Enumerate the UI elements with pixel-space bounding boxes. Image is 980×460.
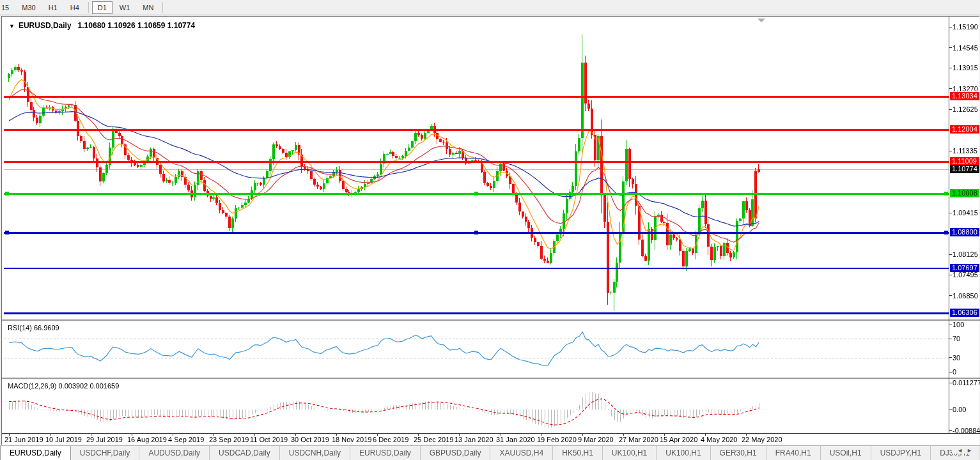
chart-title-row: ▼EURUSD,Daily1.10680 1.10926 1.10659 1.1… — [9, 21, 195, 30]
date-label: 16 Aug 2019 — [127, 436, 167, 443]
price-axis-tick — [949, 68, 952, 68]
price-axis-tick — [949, 213, 952, 213]
timeframe-button-h1[interactable]: H1 — [43, 1, 63, 14]
date-label: 31 Jan 2020 — [496, 436, 535, 443]
rsi-level-label: 100 — [953, 321, 964, 328]
chart-tab-usdjpy-h1[interactable]: USDJPY,H1 — [871, 446, 931, 460]
price-tick-label: 1.15190 — [953, 23, 978, 31]
macd-value-label: 0.00 — [953, 406, 966, 413]
date-label: 13 Jan 2020 — [455, 436, 494, 443]
price-axis-tick — [949, 88, 952, 89]
price-tick-label: 1.12625 — [953, 105, 978, 113]
timeframe-button-mn[interactable]: MN — [137, 1, 159, 14]
date-label: 18 Nov 2019 — [332, 436, 371, 443]
chart-tab-uk100-h1[interactable]: UK100,H1 — [657, 446, 710, 460]
rsi-axis-tick — [949, 325, 952, 325]
price-tick-label: 1.06850 — [953, 292, 978, 300]
date-label: 21 Jun 2019 — [4, 436, 43, 443]
chart-tab-fra40-h1[interactable]: FRA40,H1 — [766, 446, 821, 460]
chart-tab-eurusd-daily[interactable]: EURUSD,Daily — [0, 446, 71, 460]
price-axis-tick — [949, 295, 952, 296]
price-tick-label: 1.11335 — [953, 147, 977, 155]
date-axis-border — [2, 433, 980, 434]
timeframe-button-w1[interactable]: W1 — [114, 1, 136, 14]
macd-axis-tick — [949, 430, 952, 431]
price-axis-tick — [949, 109, 952, 110]
chart-tab-uk100-h1[interactable]: UK100,H1 — [603, 446, 657, 460]
rsi-indicator-canvas[interactable] — [4, 321, 949, 378]
chart-symbol-title: EURUSD,Daily — [19, 21, 72, 30]
timeframe-button-h4[interactable]: H4 — [65, 1, 85, 14]
date-label: 19 Feb 2020 — [537, 436, 577, 443]
macd-value-label: -0.008845 — [953, 427, 980, 434]
chart-tab-usoil-h1[interactable]: USOil,H1 — [821, 446, 871, 460]
price-line-badge: 1.07697 — [950, 264, 979, 272]
date-label: 15 Apr 2020 — [660, 436, 697, 443]
timeframe-button-15[interactable]: 15 — [0, 1, 15, 14]
tab-scroll-right-button[interactable]: ► — [967, 447, 976, 454]
current-price-badge: 1.10774 — [950, 165, 979, 173]
macd-indicator-canvas[interactable] — [4, 379, 949, 433]
chart-tab-usdcnh-daily[interactable]: USDCNH,Daily — [280, 446, 350, 460]
macd-axis-tick — [949, 383, 952, 383]
pane-divider[interactable] — [2, 378, 980, 379]
date-label: 23 Sep 2019 — [209, 436, 249, 443]
rsi-axis-tick — [949, 372, 952, 372]
price-chart-canvas[interactable] — [4, 18, 949, 319]
price-line-badge: 1.12004 — [950, 125, 979, 134]
rsi-level-label: 70 — [953, 335, 960, 342]
macd-indicator-label: MACD(12,26,9) 0.003902 0.001659 — [8, 382, 119, 390]
price-line-badge: 1.13034 — [950, 92, 979, 100]
chart-tab-audusd-daily[interactable]: AUDUSD,Daily — [139, 446, 210, 460]
price-axis-tick — [949, 151, 952, 151]
chart-tab-bar: EURUSD,DailyUSDCHF,DailyAUDUSD,DailyUSDC… — [0, 445, 980, 460]
date-label: 9 Mar 2020 — [578, 436, 614, 443]
pane-divider[interactable] — [2, 319, 980, 321]
macd-value-label: 0.011277 — [953, 379, 980, 387]
chart-tab-ger30-h1[interactable]: GER30,H1 — [711, 446, 766, 460]
symbol-dropdown-icon[interactable]: ▼ — [9, 23, 15, 29]
toolbar-separator — [162, 2, 163, 13]
price-tick-label: 1.09415 — [953, 209, 978, 217]
rsi-level-label: 0 — [953, 368, 956, 376]
timeframe-button-m30[interactable]: M30 — [16, 1, 41, 14]
chart-tab-gbpusd-daily[interactable]: GBPUSD,Daily — [421, 446, 491, 460]
date-label: 27 Mar 2020 — [619, 436, 658, 443]
price-axis-tick — [949, 275, 952, 275]
toolbar-separator — [88, 2, 89, 13]
price-axis-tick — [949, 27, 952, 27]
price-line-badge: 1.10008 — [950, 189, 979, 197]
price-tick-label: 1.13915 — [953, 64, 978, 72]
date-label: 4 May 2020 — [701, 436, 737, 443]
timeframe-button-d1[interactable]: D1 — [92, 1, 113, 14]
date-label: 25 Dec 2019 — [414, 436, 453, 443]
chart-tab-usdcad-daily[interactable]: USDCAD,Daily — [210, 446, 280, 460]
date-label: 11 Oct 2019 — [250, 436, 288, 443]
price-line-badge: 1.06306 — [950, 309, 979, 317]
macd-axis-tick — [949, 410, 952, 410]
chart-tab-hk50-h1[interactable]: HK50,H1 — [553, 446, 603, 460]
rsi-indicator-label: RSI(14) 66.9609 — [8, 324, 59, 332]
chart-tab-eurusd-daily[interactable]: EURUSD,Daily — [350, 446, 421, 460]
price-tick-label: 1.08125 — [953, 250, 978, 258]
tab-scroll-left-button[interactable]: ◄ — [957, 447, 967, 454]
price-line-badge: 1.08800 — [950, 228, 979, 236]
price-axis-tick — [949, 47, 952, 48]
rsi-level-label: 30 — [953, 354, 960, 362]
date-label: 6 Dec 2019 — [373, 436, 408, 443]
rsi-axis-tick — [949, 357, 952, 358]
price-axis-tick — [949, 254, 952, 255]
date-label: 4 Sep 2019 — [168, 436, 204, 443]
chart-tab-xauusd-h4[interactable]: XAUUSD,H4 — [490, 446, 553, 460]
tab-scroll-arrows: ◄► — [952, 447, 976, 454]
timeframe-toolbar: 15M30H1H4D1W1MN — [0, 0, 980, 15]
price-tick-label: 1.14545 — [953, 44, 978, 52]
chart-ohlc-values: 1.10680 1.10926 1.10659 1.10774 — [78, 21, 196, 30]
price-axis-border — [949, 17, 949, 433]
chart-shift-marker-icon[interactable] — [758, 19, 765, 22]
date-label: 29 Jul 2019 — [86, 436, 123, 443]
date-label: 10 Jul 2019 — [45, 436, 82, 443]
chart-tab-usdchf-daily[interactable]: USDCHF,Daily — [71, 446, 140, 460]
date-label: 30 Oct 2019 — [291, 436, 329, 443]
rsi-axis-tick — [949, 339, 952, 339]
